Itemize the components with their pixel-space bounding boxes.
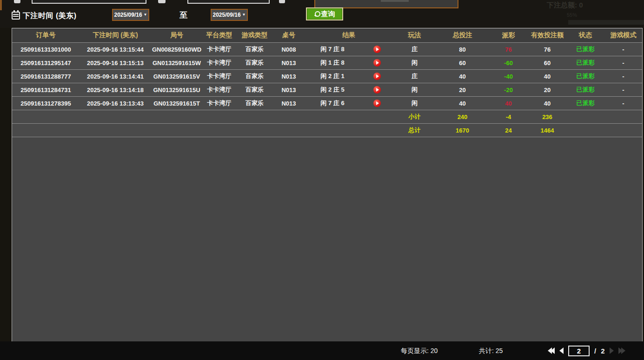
cell-table-no: N008 [273, 43, 305, 56]
cell-round-id: GN008259160WD [151, 43, 202, 56]
replay-video-icon[interactable] [373, 86, 381, 93]
cell-play: 庄 [393, 43, 436, 56]
cell-game-type: 百家乐 [236, 97, 273, 110]
cell-valid-bet: 76 [528, 43, 566, 56]
table-row: 250916131295147 2025-09-16 13:15:13 GN01… [12, 56, 642, 69]
cell-total-bet: 80 [436, 43, 489, 56]
cell-result: 闲 1 庄 8 [305, 56, 393, 69]
left-edge-accent [0, 0, 2, 10]
cell-payout: -20 [489, 83, 528, 96]
pagination-bar: 每页显示: 20 共计: 25 2 / 2 [0, 341, 644, 360]
date-to-picker[interactable]: 2025/09/16▼ [211, 9, 248, 21]
result-text: 闲 2 庄 1 [305, 72, 360, 80]
cell-platform: 卡卡湾厅 [202, 56, 236, 69]
cell-table-no: N013 [273, 97, 305, 110]
col-header-table-no: 桌号 [273, 28, 305, 42]
cell-platform: 卡卡湾厅 [202, 97, 236, 110]
table-row: 250916131301000 2025-09-16 13:15:44 GN00… [12, 42, 642, 56]
grand-total-total-bet: 1670 [436, 124, 489, 137]
cell-total-bet: 20 [436, 83, 489, 96]
table-row: 250916131288777 2025-09-16 13:14:41 GN01… [12, 69, 642, 83]
table-row: 250916131278395 2025-09-16 13:13:43 GN01… [12, 96, 642, 110]
cell-game-mode: - [604, 43, 642, 56]
replay-video-icon[interactable] [373, 46, 381, 53]
faint-background-percent: 55% [567, 12, 577, 18]
calendar-icon [12, 12, 20, 20]
cell-order-id: 250916131278395 [12, 97, 80, 110]
cell-bet-time: 2025-09-16 13:15:13 [80, 56, 151, 69]
chevron-down-icon: ▼ [144, 13, 147, 17]
replay-video-icon[interactable] [373, 100, 381, 107]
search-icon [314, 11, 320, 17]
grand-total-label: 总计 [393, 124, 436, 137]
subtotal-row: 小计 240 -4 236 [12, 110, 642, 123]
subtotal-total-bet: 240 [436, 110, 489, 123]
cell-result: 闲 7 庄 8 [305, 43, 393, 56]
date-from-picker[interactable]: 2025/09/16▼ [112, 9, 149, 21]
cell-play: 闲 [393, 97, 436, 110]
cell-valid-bet: 40 [528, 97, 566, 110]
dropdown-text-sliver [381, 0, 409, 2]
subtotal-valid-bet: 236 [528, 110, 566, 123]
cell-order-id: 250916131295147 [12, 56, 80, 69]
replay-video-icon[interactable] [373, 73, 381, 80]
subtotal-payout: -4 [489, 110, 528, 123]
cell-game-mode: - [604, 70, 642, 83]
cell-valid-bet: 40 [528, 70, 566, 83]
col-header-game-mode: 游戏模式 [604, 28, 642, 42]
result-text: 闲 7 庄 8 [305, 45, 360, 53]
empty-table-area [12, 137, 642, 360]
chevron-down-icon: ▼ [242, 13, 246, 17]
col-header-total-bet: 总投注 [436, 28, 489, 42]
cell-status: 已派彩 [566, 70, 604, 83]
cell-game-type: 百家乐 [236, 43, 273, 56]
total-pages-label: 2 [601, 347, 604, 355]
cell-game-mode: - [604, 56, 642, 69]
result-text: 闲 2 庄 5 [305, 86, 360, 94]
grand-total-row: 总计 1670 24 1464 [12, 123, 642, 137]
page-number-input[interactable]: 2 [568, 346, 590, 356]
cell-table-no: N013 [273, 70, 305, 83]
cell-payout: 76 [489, 43, 528, 56]
cropped-icon [279, 0, 285, 3]
page-separator: / [594, 347, 596, 355]
last-page-icon[interactable] [618, 347, 625, 354]
cell-table-no: N013 [273, 56, 305, 69]
table-row: 250916131284731 2025-09-16 13:14:18 GN01… [12, 83, 642, 96]
cell-bet-time: 2025-09-16 13:13:43 [80, 97, 151, 110]
cell-order-id: 250916131288777 [12, 70, 80, 83]
cell-round-id: GN0132591615V [151, 70, 202, 83]
cell-payout: -60 [489, 56, 528, 69]
cell-total-bet: 40 [436, 70, 489, 83]
date-to-value: 2025/09/16 [213, 12, 241, 18]
col-header-game-type: 游戏类型 [236, 28, 273, 42]
query-button[interactable]: 查询 [306, 7, 343, 20]
cell-platform: 卡卡湾厅 [202, 70, 236, 83]
cell-status: 已派彩 [566, 43, 604, 56]
cell-valid-bet: 60 [528, 56, 566, 69]
cell-play: 闲 [393, 83, 436, 96]
cell-round-id: GN0132591615T [151, 97, 202, 110]
bet-time-filter-label: 下注时间 (美东) [23, 11, 77, 21]
col-header-order-id: 订单号 [12, 28, 80, 42]
previous-page-icon[interactable] [559, 347, 564, 354]
col-header-payout: 派彩 [489, 28, 528, 42]
result-text: 闲 1 庄 8 [305, 59, 360, 67]
faint-background-total-bet: 下注总额: 0 [547, 1, 583, 10]
col-header-status: 状态 [566, 28, 604, 42]
cell-result: 闲 2 庄 5 [305, 83, 393, 96]
cell-game-mode: - [604, 97, 642, 110]
cropped-icon [14, 0, 20, 3]
table-header-row: 订单号 下注时间 (美东) 局号 平台类型 游戏类型 桌号 结果 玩法 总投注 … [12, 28, 642, 42]
cell-bet-time: 2025-09-16 13:14:41 [80, 70, 151, 83]
cell-bet-time: 2025-09-16 13:15:44 [80, 43, 151, 56]
cropped-text-input[interactable] [32, 0, 146, 4]
replay-video-icon[interactable] [373, 59, 381, 67]
cell-result: 闲 2 庄 1 [305, 70, 393, 83]
first-page-icon[interactable] [548, 347, 555, 354]
cell-payout: -40 [489, 70, 528, 83]
next-page-icon[interactable] [610, 347, 614, 354]
cropped-text-input[interactable] [187, 0, 270, 4]
cell-game-type: 百家乐 [236, 70, 273, 83]
cell-game-mode: - [604, 83, 642, 96]
